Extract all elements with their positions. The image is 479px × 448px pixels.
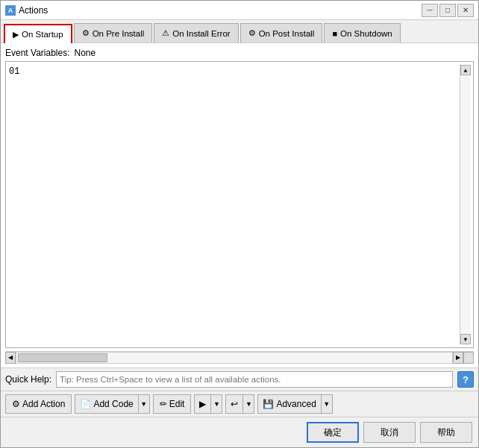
advanced-button: 💾 Advanced ▼ bbox=[257, 394, 332, 414]
pre-install-tab-icon: ⚙ bbox=[82, 28, 90, 38]
advanced-icon: 💾 bbox=[263, 399, 274, 409]
undo-arrow[interactable]: ▼ bbox=[243, 395, 254, 413]
shutdown-tab-icon: ■ bbox=[332, 29, 337, 38]
undo-icon: ↩ bbox=[231, 399, 238, 409]
maximize-button[interactable]: □ bbox=[439, 4, 456, 17]
add-code-icon: 📄 bbox=[80, 399, 91, 409]
scroll-right-arrow[interactable]: ▶ bbox=[453, 352, 463, 364]
install-error-tab-label: On Install Error bbox=[172, 29, 230, 38]
tab-on-install-error[interactable]: ⚠ On Install Error bbox=[154, 23, 238, 42]
post-install-tab-label: On Post Install bbox=[259, 29, 315, 38]
code-line-1: 01 bbox=[9, 65, 460, 78]
event-variables-row: Event Variables: None bbox=[5, 48, 474, 58]
title-bar: A Actions ─ □ ✕ bbox=[1, 1, 478, 20]
quick-help-input[interactable] bbox=[56, 371, 453, 388]
scrollbar-corner bbox=[463, 352, 474, 364]
vertical-scrollbar[interactable]: ▲ ▼ bbox=[460, 65, 470, 344]
play-icon: ▶ bbox=[199, 399, 206, 409]
startup-tab-label: On Startup bbox=[22, 30, 63, 39]
play-main[interactable]: ▶ bbox=[195, 395, 211, 413]
shutdown-tab-label: On Shutdown bbox=[340, 29, 392, 38]
add-code-label: Add Code bbox=[93, 399, 133, 409]
scroll-track-v[interactable] bbox=[460, 75, 470, 334]
scroll-left-arrow[interactable]: ◀ bbox=[5, 352, 16, 364]
code-editor-inner: 01 bbox=[9, 65, 460, 344]
close-button[interactable]: ✕ bbox=[457, 4, 474, 17]
event-variables-label: Event Variables: bbox=[5, 48, 70, 58]
window-title: Actions bbox=[19, 5, 48, 16]
content-area: Event Variables: None 01 ▲ ▼ ◀ ▶ bbox=[1, 43, 478, 367]
cancel-button[interactable]: 取消 bbox=[363, 422, 416, 443]
code-editor[interactable]: 01 ▲ ▼ bbox=[5, 61, 474, 348]
help-icon-button[interactable]: ? bbox=[457, 371, 474, 388]
title-controls: ─ □ ✕ bbox=[422, 4, 474, 17]
quick-help-label: Quick Help: bbox=[5, 374, 51, 385]
minimize-button[interactable]: ─ bbox=[422, 4, 438, 17]
scroll-thumb-h bbox=[18, 353, 107, 362]
advanced-main[interactable]: 💾 Advanced bbox=[258, 395, 321, 413]
add-code-button: 📄 Add Code ▼ bbox=[75, 394, 149, 414]
add-action-icon: ⚙ bbox=[12, 399, 20, 409]
startup-tab-icon: ▶ bbox=[13, 30, 19, 40]
advanced-label: Advanced bbox=[276, 399, 316, 409]
tab-on-shutdown[interactable]: ■ On Shutdown bbox=[324, 23, 400, 42]
scroll-up-arrow[interactable]: ▲ bbox=[460, 65, 471, 75]
install-error-tab-icon: ⚠ bbox=[162, 28, 169, 38]
play-arrow[interactable]: ▼ bbox=[211, 395, 222, 413]
post-install-tab-icon: ⚙ bbox=[248, 28, 256, 38]
footer-row: 确定 取消 帮助 bbox=[1, 417, 478, 447]
tabs-bar: ▶ On Startup ⚙ On Pre Install ⚠ On Insta… bbox=[1, 20, 478, 43]
edit-label: Edit bbox=[169, 399, 185, 409]
confirm-button[interactable]: 确定 bbox=[307, 422, 359, 443]
window-icon: A bbox=[5, 5, 16, 16]
action-buttons-row: ⚙ Add Action 📄 Add Code ▼ ✏ Edit ▶ ▼ ↩ bbox=[1, 391, 478, 417]
tab-on-post-install[interactable]: ⚙ On Post Install bbox=[240, 23, 323, 42]
undo-button: ↩ ▼ bbox=[225, 394, 254, 414]
quick-help-row: Quick Help: ? bbox=[1, 367, 478, 391]
edit-button[interactable]: ✏ Edit bbox=[153, 394, 192, 414]
event-variables-value: None bbox=[75, 48, 96, 58]
advanced-arrow[interactable]: ▼ bbox=[322, 395, 332, 413]
pre-install-tab-label: On Pre Install bbox=[93, 29, 145, 38]
play-button: ▶ ▼ bbox=[194, 394, 222, 414]
edit-icon: ✏ bbox=[160, 399, 167, 409]
scroll-down-arrow[interactable]: ▼ bbox=[460, 334, 471, 344]
tab-on-pre-install[interactable]: ⚙ On Pre Install bbox=[74, 23, 153, 42]
add-code-arrow[interactable]: ▼ bbox=[139, 395, 149, 413]
add-action-label: Add Action bbox=[22, 399, 65, 409]
horizontal-scrollbar-row: ◀ ▶ bbox=[5, 351, 474, 363]
tab-on-startup[interactable]: ▶ On Startup bbox=[4, 24, 72, 43]
add-action-button[interactable]: ⚙ Add Action bbox=[5, 394, 72, 414]
help-button[interactable]: 帮助 bbox=[420, 422, 472, 443]
scroll-track-h[interactable] bbox=[16, 352, 453, 364]
undo-main[interactable]: ↩ bbox=[226, 395, 243, 413]
add-code-main[interactable]: 📄 Add Code bbox=[75, 395, 138, 413]
title-bar-left: A Actions bbox=[5, 5, 48, 16]
actions-window: A Actions ─ □ ✕ ▶ On Startup ⚙ On Pre In… bbox=[0, 0, 479, 448]
